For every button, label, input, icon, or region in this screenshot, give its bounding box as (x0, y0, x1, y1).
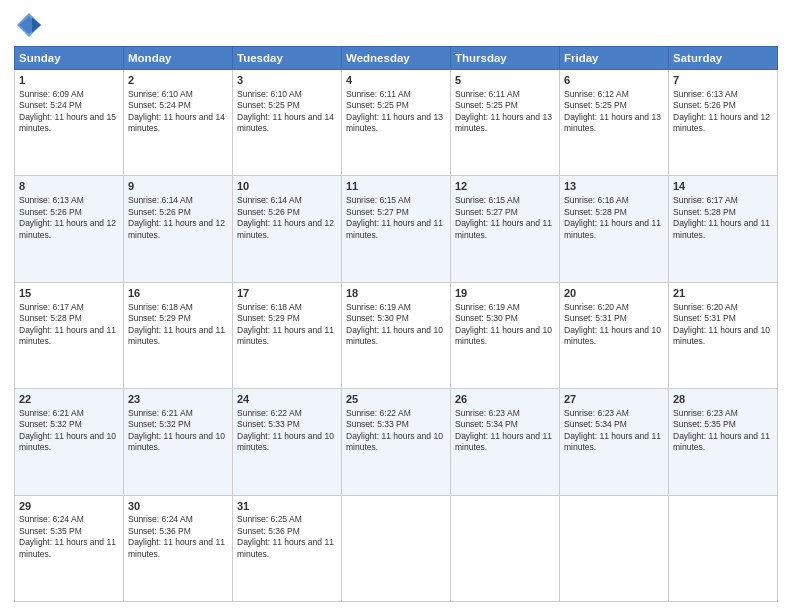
cell-content: Sunrise: 6:17 AMSunset: 5:28 PMDaylight:… (673, 195, 773, 241)
cell-content: Sunrise: 6:15 AMSunset: 5:27 PMDaylight:… (455, 195, 555, 241)
day-number: 24 (237, 392, 337, 407)
daylight-line: Daylight: 11 hours and 15 minutes. (19, 112, 119, 135)
table-row: 20Sunrise: 6:20 AMSunset: 5:31 PMDayligh… (560, 282, 669, 388)
cell-content: Sunrise: 6:20 AMSunset: 5:31 PMDaylight:… (673, 302, 773, 348)
day-number: 27 (564, 392, 664, 407)
sunset-line: Sunset: 5:26 PM (673, 100, 773, 111)
table-row: 15Sunrise: 6:17 AMSunset: 5:28 PMDayligh… (15, 282, 124, 388)
sunrise-line: Sunrise: 6:12 AM (564, 89, 664, 100)
day-number: 26 (455, 392, 555, 407)
daylight-line: Daylight: 11 hours and 11 minutes. (237, 325, 337, 348)
table-row: 4Sunrise: 6:11 AMSunset: 5:25 PMDaylight… (342, 70, 451, 176)
sunrise-line: Sunrise: 6:22 AM (237, 408, 337, 419)
sunset-line: Sunset: 5:24 PM (128, 100, 228, 111)
sunrise-line: Sunrise: 6:25 AM (237, 514, 337, 525)
daylight-line: Daylight: 11 hours and 13 minutes. (455, 112, 555, 135)
sunrise-line: Sunrise: 6:11 AM (455, 89, 555, 100)
sunset-line: Sunset: 5:29 PM (237, 313, 337, 324)
cell-content: Sunrise: 6:22 AMSunset: 5:33 PMDaylight:… (346, 408, 446, 454)
col-saturday: Saturday (669, 47, 778, 70)
cell-content: Sunrise: 6:18 AMSunset: 5:29 PMDaylight:… (128, 302, 228, 348)
table-row: 6Sunrise: 6:12 AMSunset: 5:25 PMDaylight… (560, 70, 669, 176)
table-row: 24Sunrise: 6:22 AMSunset: 5:33 PMDayligh… (233, 389, 342, 495)
table-row: 23Sunrise: 6:21 AMSunset: 5:32 PMDayligh… (124, 389, 233, 495)
table-row (669, 495, 778, 601)
day-number: 13 (564, 179, 664, 194)
sunrise-line: Sunrise: 6:10 AM (237, 89, 337, 100)
day-number: 12 (455, 179, 555, 194)
day-number: 19 (455, 286, 555, 301)
table-row: 25Sunrise: 6:22 AMSunset: 5:33 PMDayligh… (342, 389, 451, 495)
sunrise-line: Sunrise: 6:23 AM (455, 408, 555, 419)
day-number: 3 (237, 73, 337, 88)
col-friday: Friday (560, 47, 669, 70)
daylight-line: Daylight: 11 hours and 11 minutes. (564, 218, 664, 241)
cell-content: Sunrise: 6:19 AMSunset: 5:30 PMDaylight:… (346, 302, 446, 348)
header (14, 10, 778, 40)
calendar-week-row: 29Sunrise: 6:24 AMSunset: 5:35 PMDayligh… (15, 495, 778, 601)
cell-content: Sunrise: 6:23 AMSunset: 5:34 PMDaylight:… (455, 408, 555, 454)
table-row: 1Sunrise: 6:09 AMSunset: 5:24 PMDaylight… (15, 70, 124, 176)
sunset-line: Sunset: 5:32 PM (128, 419, 228, 430)
sunrise-line: Sunrise: 6:19 AM (346, 302, 446, 313)
daylight-line: Daylight: 11 hours and 11 minutes. (19, 537, 119, 560)
sunrise-line: Sunrise: 6:14 AM (237, 195, 337, 206)
daylight-line: Daylight: 11 hours and 10 minutes. (128, 431, 228, 454)
cell-content: Sunrise: 6:22 AMSunset: 5:33 PMDaylight:… (237, 408, 337, 454)
day-number: 14 (673, 179, 773, 194)
sunrise-line: Sunrise: 6:22 AM (346, 408, 446, 419)
table-row: 16Sunrise: 6:18 AMSunset: 5:29 PMDayligh… (124, 282, 233, 388)
sunrise-line: Sunrise: 6:09 AM (19, 89, 119, 100)
table-row: 7Sunrise: 6:13 AMSunset: 5:26 PMDaylight… (669, 70, 778, 176)
cell-content: Sunrise: 6:17 AMSunset: 5:28 PMDaylight:… (19, 302, 119, 348)
table-row: 3Sunrise: 6:10 AMSunset: 5:25 PMDaylight… (233, 70, 342, 176)
table-row: 13Sunrise: 6:16 AMSunset: 5:28 PMDayligh… (560, 176, 669, 282)
sunrise-line: Sunrise: 6:15 AM (455, 195, 555, 206)
day-number: 31 (237, 499, 337, 514)
sunset-line: Sunset: 5:30 PM (455, 313, 555, 324)
sunset-line: Sunset: 5:28 PM (564, 207, 664, 218)
sunset-line: Sunset: 5:26 PM (19, 207, 119, 218)
cell-content: Sunrise: 6:15 AMSunset: 5:27 PMDaylight:… (346, 195, 446, 241)
table-row: 30Sunrise: 6:24 AMSunset: 5:36 PMDayligh… (124, 495, 233, 601)
table-row: 2Sunrise: 6:10 AMSunset: 5:24 PMDaylight… (124, 70, 233, 176)
sunrise-line: Sunrise: 6:20 AM (564, 302, 664, 313)
calendar-week-row: 15Sunrise: 6:17 AMSunset: 5:28 PMDayligh… (15, 282, 778, 388)
sunrise-line: Sunrise: 6:20 AM (673, 302, 773, 313)
sunset-line: Sunset: 5:25 PM (564, 100, 664, 111)
cell-content: Sunrise: 6:23 AMSunset: 5:35 PMDaylight:… (673, 408, 773, 454)
cell-content: Sunrise: 6:24 AMSunset: 5:36 PMDaylight:… (128, 514, 228, 560)
daylight-line: Daylight: 11 hours and 11 minutes. (19, 325, 119, 348)
sunrise-line: Sunrise: 6:10 AM (128, 89, 228, 100)
daylight-line: Daylight: 11 hours and 12 minutes. (237, 218, 337, 241)
daylight-line: Daylight: 11 hours and 11 minutes. (237, 537, 337, 560)
cell-content: Sunrise: 6:13 AMSunset: 5:26 PMDaylight:… (673, 89, 773, 135)
table-row: 21Sunrise: 6:20 AMSunset: 5:31 PMDayligh… (669, 282, 778, 388)
sunrise-line: Sunrise: 6:13 AM (673, 89, 773, 100)
cell-content: Sunrise: 6:13 AMSunset: 5:26 PMDaylight:… (19, 195, 119, 241)
sunset-line: Sunset: 5:25 PM (346, 100, 446, 111)
day-number: 16 (128, 286, 228, 301)
daylight-line: Daylight: 11 hours and 10 minutes. (455, 325, 555, 348)
sunset-line: Sunset: 5:26 PM (128, 207, 228, 218)
sunset-line: Sunset: 5:33 PM (346, 419, 446, 430)
logo (14, 10, 48, 40)
daylight-line: Daylight: 11 hours and 13 minutes. (346, 112, 446, 135)
day-number: 22 (19, 392, 119, 407)
table-row (342, 495, 451, 601)
table-row: 9Sunrise: 6:14 AMSunset: 5:26 PMDaylight… (124, 176, 233, 282)
table-row: 29Sunrise: 6:24 AMSunset: 5:35 PMDayligh… (15, 495, 124, 601)
sunset-line: Sunset: 5:35 PM (673, 419, 773, 430)
sunset-line: Sunset: 5:33 PM (237, 419, 337, 430)
sunset-line: Sunset: 5:32 PM (19, 419, 119, 430)
sunset-line: Sunset: 5:36 PM (128, 526, 228, 537)
daylight-line: Daylight: 11 hours and 11 minutes. (346, 218, 446, 241)
svg-marker-2 (32, 18, 41, 33)
col-monday: Monday (124, 47, 233, 70)
sunrise-line: Sunrise: 6:16 AM (564, 195, 664, 206)
daylight-line: Daylight: 11 hours and 10 minutes. (346, 325, 446, 348)
day-number: 5 (455, 73, 555, 88)
calendar-week-row: 1Sunrise: 6:09 AMSunset: 5:24 PMDaylight… (15, 70, 778, 176)
calendar-header-row: Sunday Monday Tuesday Wednesday Thursday… (15, 47, 778, 70)
day-number: 30 (128, 499, 228, 514)
